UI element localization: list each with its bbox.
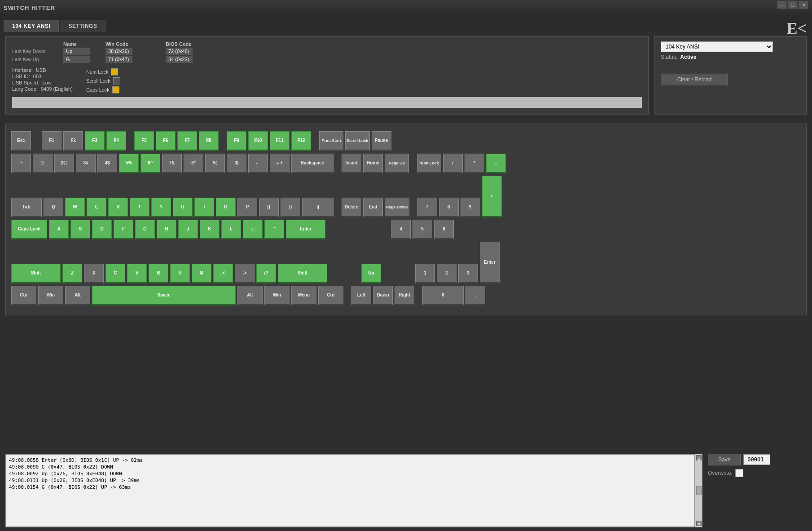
key-backtick[interactable]: `~ <box>11 154 31 173</box>
key-f6[interactable]: F6 <box>156 131 176 151</box>
key-o[interactable]: O <box>216 198 236 217</box>
key-f2[interactable]: F2 <box>63 131 83 151</box>
minimize-button[interactable]: ─ <box>777 1 787 9</box>
key-n[interactable]: N <box>170 264 190 283</box>
key-t[interactable]: T <box>130 198 149 217</box>
key-r[interactable]: R <box>108 198 128 217</box>
key-right[interactable]: Right <box>395 286 414 305</box>
key-f11[interactable]: F11 <box>270 131 290 151</box>
key-f7[interactable]: F7 <box>177 131 197 151</box>
key-y[interactable]: Y <box>151 198 171 217</box>
key-v[interactable]: V <box>127 264 147 283</box>
key-f4[interactable]: F4 <box>106 131 126 151</box>
key-l[interactable]: L <box>221 220 241 239</box>
key-ctrl-l[interactable]: Ctrl <box>11 286 36 305</box>
key-bracket-r[interactable]: ]} <box>281 198 300 217</box>
key-x[interactable]: X <box>84 264 104 283</box>
key-u[interactable]: U <box>173 198 193 217</box>
scrollbar-thumb[interactable] <box>696 486 702 495</box>
key-menu[interactable]: Menu <box>291 286 316 305</box>
key-quote[interactable]: '" <box>264 220 284 239</box>
key-5[interactable]: 5% <box>119 154 139 173</box>
key-semicolon[interactable]: ;:: <box>243 220 263 239</box>
key-home[interactable]: Home <box>363 154 383 173</box>
key-b[interactable]: B <box>149 264 168 283</box>
key-6[interactable]: 6^ <box>140 154 160 173</box>
key-num-enter[interactable]: Enter <box>480 242 500 283</box>
key-g[interactable]: G <box>135 220 155 239</box>
overwrite-checkbox[interactable] <box>735 469 743 477</box>
key-left[interactable]: Left <box>351 286 371 305</box>
key-num1[interactable]: 1 <box>415 264 435 283</box>
key-bracket-l[interactable]: [{ <box>259 198 279 217</box>
key-num2[interactable]: 2 <box>437 264 456 283</box>
tab-104key[interactable]: 104 KEY ANSI <box>4 20 59 32</box>
log-panel[interactable]: 49:08.0058 Enter (0x0D, BIOS 0x1C) UP ->… <box>6 454 695 527</box>
key-num6[interactable]: 6 <box>434 220 454 239</box>
log-scrollbar[interactable]: ▲ ▼ <box>695 454 702 527</box>
key-backspace[interactable]: Backspace <box>291 154 334 173</box>
key-num4[interactable]: 4 <box>391 220 411 239</box>
maximize-button[interactable]: □ <box>788 1 798 9</box>
key-num-plus[interactable]: + <box>482 176 502 217</box>
key-dash[interactable]: -_ <box>248 154 268 173</box>
key-f8[interactable]: F8 <box>199 131 219 151</box>
key-j[interactable]: J <box>178 220 198 239</box>
tab-settings[interactable]: SETTINGS <box>60 20 105 32</box>
key-ctrl-r[interactable]: Ctrl <box>318 286 343 305</box>
key-9[interactable]: 9( <box>205 154 225 173</box>
key-up[interactable]: Up <box>361 264 381 283</box>
key-pageup[interactable]: Page Up <box>385 154 409 173</box>
key-num-slash[interactable]: / <box>443 154 463 173</box>
key-2[interactable]: 2@ <box>54 154 74 173</box>
close-button[interactable]: ✕ <box>799 1 808 9</box>
key-delete[interactable]: Delete <box>342 198 361 217</box>
save-button[interactable]: Save <box>708 454 741 465</box>
key-scroll-lock[interactable]: Scroll Lock <box>345 131 370 151</box>
key-shift-r[interactable]: Shift <box>278 264 327 283</box>
scrollbar-down-arrow[interactable]: ▼ <box>696 521 702 526</box>
key-pagedown[interactable]: Page Down <box>385 198 409 217</box>
key-win-l[interactable]: Win <box>38 286 63 305</box>
key-num-star[interactable]: * <box>465 154 484 173</box>
key-a[interactable]: A <box>49 220 69 239</box>
key-4[interactable]: 4$ <box>97 154 117 173</box>
key-slash[interactable]: /? <box>256 264 276 283</box>
key-capslock[interactable]: Caps Lock <box>11 220 47 239</box>
key-num5[interactable]: 5 <box>413 220 432 239</box>
key-3[interactable]: 3# <box>76 154 96 173</box>
key-f12[interactable]: F12 <box>291 131 311 151</box>
key-p[interactable]: P <box>237 198 257 217</box>
key-alt-l[interactable]: Alt <box>65 286 90 305</box>
key-num8[interactable]: 8 <box>439 198 459 217</box>
scrollbar-up-arrow[interactable]: ▲ <box>696 455 702 460</box>
key-f3[interactable]: F3 <box>85 131 105 151</box>
clear-reload-button[interactable]: Clear / Reload <box>661 74 728 85</box>
key-period[interactable]: .> <box>235 264 255 283</box>
key-space[interactable]: Space <box>92 286 236 305</box>
key-numlock[interactable]: Num Lock <box>417 154 441 173</box>
key-pause[interactable]: Pause <box>372 131 391 151</box>
key-win-r[interactable]: Win <box>264 286 290 305</box>
key-z[interactable]: Z <box>62 264 82 283</box>
key-shift-l[interactable]: Shift <box>11 264 61 283</box>
key-num-minus[interactable]: - <box>486 154 506 173</box>
key-w[interactable]: W <box>65 198 85 217</box>
key-d[interactable]: D <box>92 220 112 239</box>
keyboard-dropdown[interactable]: 104 Key ANSI 87 Key ANSI 60% Layout <box>661 41 773 52</box>
key-insert[interactable]: Insert <box>342 154 361 173</box>
key-num-dot[interactable]: . <box>465 286 485 305</box>
key-enter[interactable]: Enter <box>286 220 325 239</box>
key-backslash[interactable]: \| <box>302 198 334 217</box>
key-tab[interactable]: Tab <box>11 198 42 217</box>
key-c[interactable]: C <box>105 264 125 283</box>
key-0[interactable]: 0) <box>227 154 246 173</box>
key-f10[interactable]: F10 <box>248 131 268 151</box>
key-7[interactable]: 7& <box>162 154 182 173</box>
key-h[interactable]: H <box>157 220 176 239</box>
key-num7[interactable]: 7 <box>417 198 437 217</box>
key-8[interactable]: 8* <box>184 154 203 173</box>
key-q[interactable]: Q <box>44 198 63 217</box>
key-f1[interactable]: F1 <box>42 131 61 151</box>
key-equals[interactable]: = + <box>270 154 290 173</box>
